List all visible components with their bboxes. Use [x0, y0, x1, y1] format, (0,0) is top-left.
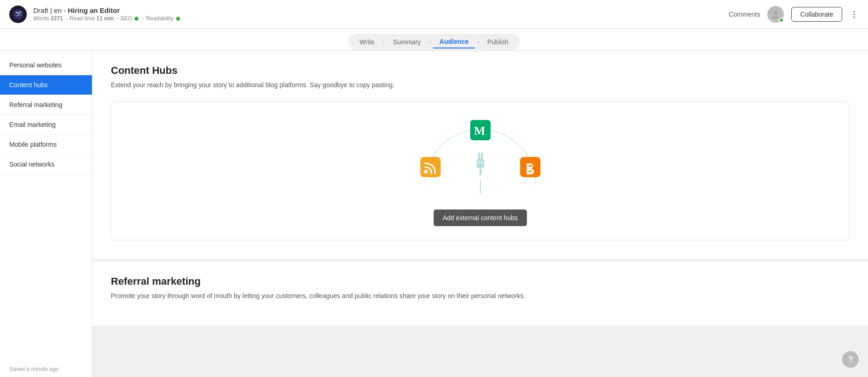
svg-point-14: [481, 162, 483, 163]
content-hub-visual: M: [111, 101, 850, 240]
content-hubs-desc: Extend your reach by bringing your story…: [111, 80, 850, 90]
medium-icon: M: [470, 120, 491, 142]
svg-rect-10: [481, 152, 483, 160]
svg-text:M: M: [474, 124, 486, 138]
sidebar-item-content-hubs[interactable]: Content hubs: [0, 75, 92, 95]
svg-rect-9: [478, 152, 480, 160]
tab-publish[interactable]: Publish: [481, 36, 515, 48]
svg-point-2: [854, 11, 855, 12]
doc-meta: Words 2271 - Read time 11 min - SEO - Re…: [33, 15, 729, 22]
collaborate-button[interactable]: Collaborate: [791, 7, 842, 22]
svg-point-13: [478, 162, 480, 163]
tab-audience[interactable]: Audience: [433, 36, 475, 48]
avatar-online-badge: [779, 18, 784, 23]
svg-point-1: [773, 11, 778, 15]
tab-sep-1: ›: [383, 38, 385, 45]
header-meta: Draft | en - Hiring an Editor Words 2271…: [33, 6, 729, 22]
blogger-icon: [520, 157, 540, 179]
svg-point-4: [854, 16, 855, 18]
svg-rect-12: [480, 168, 481, 175]
svg-point-8: [424, 170, 428, 174]
sidebar-item-mobile-platforms[interactable]: Mobile platforms: [0, 135, 92, 155]
app-logo: [9, 6, 27, 23]
referral-marketing-title: Referral marketing: [111, 275, 850, 287]
sidebar-item-social-networks[interactable]: Social networks: [0, 155, 92, 174]
tab-write[interactable]: Write: [353, 36, 381, 48]
tab-sep-3: ›: [477, 38, 479, 45]
help-button[interactable]: ?: [842, 351, 859, 368]
add-content-hub-button[interactable]: Add external content hubs: [433, 209, 527, 226]
referral-marketing-section: Referral marketing Promote your story th…: [92, 262, 868, 326]
svg-rect-7: [420, 157, 441, 177]
plug-line: [480, 180, 481, 194]
header-actions: Comments Collaborate: [729, 6, 859, 23]
app-header: Draft | en - Hiring an Editor Words 2271…: [0, 0, 868, 29]
comments-button[interactable]: Comments: [729, 11, 760, 18]
readability-indicator: [176, 17, 180, 21]
sidebar-item-personal-websites[interactable]: Personal websites: [0, 55, 92, 75]
tab-container: Write › Summary › Audience › Publish: [348, 34, 519, 50]
referral-marketing-desc: Promote your story through word of mouth…: [111, 291, 850, 301]
more-options-button[interactable]: [850, 10, 859, 19]
doc-title: Draft | en - Hiring an Editor: [33, 6, 729, 14]
content-hubs-section: Content Hubs Extend your reach by bringi…: [92, 51, 868, 262]
nav-tabs: Write › Summary › Audience › Publish: [0, 29, 868, 51]
seo-indicator: [134, 17, 139, 21]
svg-rect-17: [528, 171, 532, 172]
tab-sep-2: ›: [429, 38, 431, 45]
tab-summary[interactable]: Summary: [387, 36, 427, 48]
content-area: Content Hubs Extend your reach by bringi…: [92, 51, 868, 377]
rss-icon: [420, 157, 441, 179]
sidebar-item-referral-marketing[interactable]: Referral marketing: [0, 95, 92, 115]
svg-rect-11: [477, 159, 484, 168]
avatar-wrap: [767, 6, 784, 23]
save-status: Saved a minute ago: [0, 361, 68, 377]
sidebar: Personal websites Content hubs Referral …: [0, 51, 92, 377]
content-hubs-title: Content Hubs: [111, 65, 850, 77]
svg-rect-16: [528, 165, 532, 167]
plug-icon: [474, 152, 487, 182]
sidebar-item-email-marketing[interactable]: Email marketing: [0, 115, 92, 135]
svg-point-3: [854, 13, 855, 15]
main-layout: Personal websites Content hubs Referral …: [0, 51, 868, 377]
svg-point-0: [13, 9, 23, 19]
